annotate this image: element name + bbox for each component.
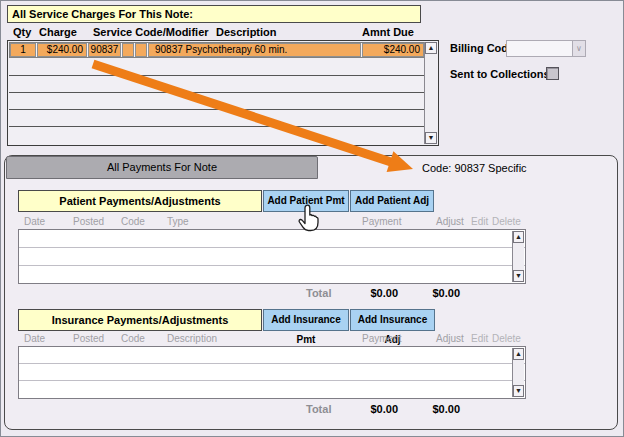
insurance-total-adjust: $0.00 xyxy=(415,403,460,415)
scroll-down-icon[interactable]: ▼ xyxy=(425,132,437,144)
service-charges-table: 1 $240.00 90837 90837 Psychotherapy 60 m… xyxy=(7,40,439,146)
cell-charge: $240.00 xyxy=(37,43,87,57)
billing-code-value xyxy=(507,41,572,56)
service-charge-row-selected[interactable]: 1 $240.00 90837 90837 Psychotherapy 60 m… xyxy=(9,42,425,58)
cell-amnt-due: $240.00 xyxy=(362,43,424,57)
list-item xyxy=(19,248,525,266)
list-item xyxy=(19,381,525,397)
patient-payments-list: ▲ ▼ xyxy=(18,229,526,284)
icol-posted: Posted xyxy=(73,333,104,344)
empty-row xyxy=(9,76,425,93)
col-service-code: Service Code/Modifier xyxy=(93,26,209,38)
icol-adjust: Adjust xyxy=(436,333,464,344)
insurance-payments-scrollbar[interactable]: ▲ ▼ xyxy=(512,348,524,397)
add-patient-pmt-button[interactable]: Add Patient Pmt xyxy=(263,190,349,212)
empty-row xyxy=(9,93,425,110)
icol-payment: Payment xyxy=(362,333,401,344)
empty-row xyxy=(9,59,425,76)
list-item xyxy=(19,347,525,364)
patient-total-label: Total xyxy=(306,287,331,299)
scroll-down-icon[interactable]: ▼ xyxy=(513,385,524,397)
pcol-adjust: Adjust xyxy=(436,216,464,227)
billing-code-dropdown[interactable]: ∨ xyxy=(506,40,586,57)
add-insurance-adj-button[interactable]: Add Insurance Adj xyxy=(350,309,435,331)
billing-code-label: Billing Code xyxy=(450,42,514,54)
tab-all-payments[interactable]: All Payments For Note xyxy=(6,156,318,179)
scroll-up-icon[interactable]: ▲ xyxy=(513,348,524,360)
pcol-delete: Delete xyxy=(492,216,521,227)
cell-service-code: 90837 xyxy=(88,43,121,57)
insurance-total-label: Total xyxy=(306,403,331,415)
icol-date: Date xyxy=(24,333,45,344)
col-qty: Qty xyxy=(13,26,31,38)
pcol-edit: Edit xyxy=(471,216,488,227)
sent-to-collections-label: Sent to Collections xyxy=(450,68,550,80)
pcol-type: Type xyxy=(167,216,189,227)
cell-modifier-1 xyxy=(122,43,134,57)
patient-payments-header: Patient Payments/Adjustments xyxy=(18,190,262,212)
scroll-up-icon[interactable]: ▲ xyxy=(513,231,524,243)
col-description: Description xyxy=(216,26,277,38)
list-item xyxy=(19,230,525,248)
insurance-payments-list: ▲ ▼ xyxy=(18,346,526,399)
sent-to-collections-checkbox[interactable] xyxy=(546,67,559,80)
list-item xyxy=(19,266,525,282)
service-charges-title: All Service Charges For This Note: xyxy=(7,5,421,23)
pcol-posted: Posted xyxy=(73,216,104,227)
list-item xyxy=(19,364,525,381)
insurance-total-payment: $0.00 xyxy=(353,403,398,415)
add-insurance-pmt-button[interactable]: Add Insurance Pmt xyxy=(263,309,349,331)
icol-description: Description xyxy=(167,333,217,344)
pcol-payment: Payment xyxy=(362,216,401,227)
col-amnt-due: Amnt Due xyxy=(362,26,414,38)
empty-row xyxy=(9,127,425,144)
billing-window: All Service Charges For This Note: Qty C… xyxy=(0,0,624,437)
cell-qty: 1 xyxy=(10,43,36,57)
icol-code: Code xyxy=(121,333,145,344)
col-charge: Charge xyxy=(39,26,77,38)
add-patient-adj-button[interactable]: Add Patient Adj xyxy=(350,190,434,212)
chevron-down-icon[interactable]: ∨ xyxy=(572,41,585,56)
scroll-down-icon[interactable]: ▼ xyxy=(513,270,524,282)
pcol-date: Date xyxy=(24,216,45,227)
patient-total-adjust: $0.00 xyxy=(415,287,460,299)
insurance-payments-header: Insurance Payments/Adjustments xyxy=(18,309,262,331)
cell-modifier-2 xyxy=(135,43,147,57)
pcol-code: Code xyxy=(121,216,145,227)
cell-description: 90837 Psychotherapy 60 min. xyxy=(148,43,361,57)
icol-delete: Delete xyxy=(492,333,521,344)
scroll-up-icon[interactable]: ▲ xyxy=(425,42,437,54)
patient-payments-scrollbar[interactable]: ▲ ▼ xyxy=(512,231,524,282)
empty-row xyxy=(9,110,425,127)
patient-total-payment: $0.00 xyxy=(353,287,398,299)
icol-edit: Edit xyxy=(471,333,488,344)
service-charges-scrollbar[interactable]: ▲ ▼ xyxy=(424,42,437,144)
service-charges-empty-rows xyxy=(9,59,425,144)
tab-code-specific[interactable]: Code: 90837 Specific xyxy=(422,162,527,174)
